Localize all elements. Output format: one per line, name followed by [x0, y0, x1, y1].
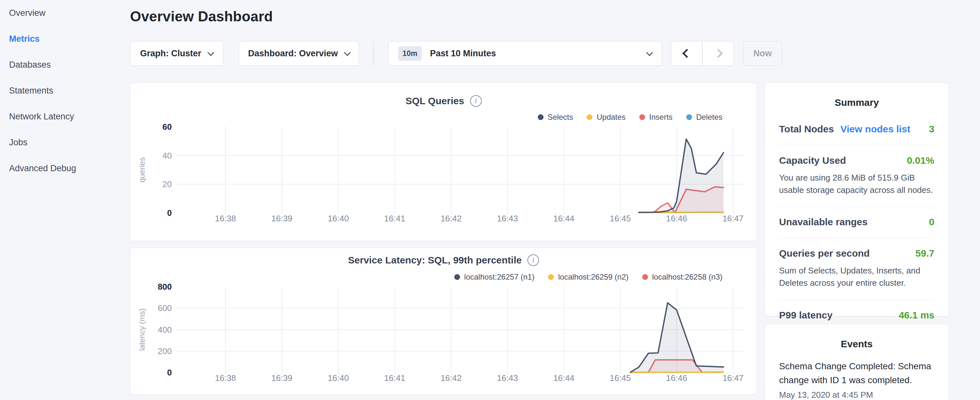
chevron-down-icon: [207, 49, 214, 56]
events-title: Events: [779, 338, 934, 349]
service-latency-chart-card: Service Latency: SQL, 99th percentile i …: [130, 247, 757, 395]
summary-rows: Total NodesView nodes list3Capacity Used…: [779, 113, 934, 331]
sql-queries-chart-card: SQL Queries i SelectsUpdatesInsertsDelet…: [130, 83, 757, 241]
svg-text:queries: queries: [137, 157, 146, 183]
svg-text:40: 40: [162, 151, 172, 161]
svg-text:16:38: 16:38: [215, 214, 236, 223]
svg-text:16:44: 16:44: [553, 373, 574, 383]
summary-row: Total NodesView nodes list3: [779, 113, 934, 145]
info-icon[interactable]: i: [527, 254, 539, 266]
svg-text:600: 600: [158, 303, 172, 313]
chart-title-row: Service Latency: SQL, 99th percentile i: [130, 254, 757, 266]
sidebar-item-advanced-debug[interactable]: Advanced Debug: [9, 155, 130, 181]
summary-row: Unavailable ranges0: [779, 207, 934, 238]
svg-text:16:40: 16:40: [328, 214, 349, 223]
svg-text:16:45: 16:45: [610, 214, 631, 223]
sidebar: OverviewMetricsDatabasesStatementsNetwor…: [0, 0, 130, 181]
svg-text:16:42: 16:42: [441, 373, 462, 383]
summary-row-value: 0.01%: [907, 155, 934, 166]
svg-text:0: 0: [167, 208, 172, 218]
graph-dropdown-label: Graph: Cluster: [140, 49, 201, 59]
sidebar-item-jobs[interactable]: Jobs: [9, 129, 130, 155]
time-range-label: Past 10 Minutes: [430, 49, 639, 59]
summary-row-description: You are using 28.6 MiB of 515.9 GiB usab…: [779, 172, 934, 196]
svg-text:16:44: 16:44: [553, 214, 574, 223]
svg-text:16:46: 16:46: [666, 214, 687, 223]
svg-text:0: 0: [167, 368, 172, 377]
chevron-down-icon: [646, 49, 653, 56]
now-button[interactable]: Now: [743, 41, 782, 66]
view-nodes-list-link[interactable]: View nodes list: [840, 124, 910, 135]
info-icon[interactable]: i: [470, 95, 482, 107]
svg-text:16:39: 16:39: [272, 373, 293, 383]
chart-title-row: SQL Queries i: [130, 95, 757, 107]
event-timestamp: May 13, 2020 at 4:45 PM: [779, 390, 934, 400]
events-panel: Events Schema Change Completed: Schema c…: [765, 324, 949, 400]
dashboard-dropdown-label: Dashboard: Overview: [248, 49, 338, 59]
summary-row-value: 59.7: [916, 248, 934, 259]
time-step-back-button[interactable]: [671, 41, 702, 66]
svg-text:16:41: 16:41: [384, 214, 405, 223]
event-list: Schema Change Completed: Schema change w…: [779, 359, 934, 400]
summary-row-value: 3: [929, 124, 934, 135]
chart-title: SQL Queries: [406, 96, 464, 107]
toolbar-divider: [373, 41, 374, 66]
chart-title: Service Latency: SQL, 99th percentile: [348, 255, 522, 266]
page-title: Overview Dashboard: [130, 8, 273, 25]
summary-row: Capacity Used0.01%You are using 28.6 MiB…: [779, 145, 934, 207]
svg-text:20: 20: [162, 179, 172, 189]
time-range-badge: 10m: [398, 46, 422, 61]
summary-row-label: P99 latency: [779, 310, 832, 321]
graph-dropdown[interactable]: Graph: Cluster: [130, 41, 223, 66]
sidebar-item-databases[interactable]: Databases: [9, 52, 130, 78]
summary-title: Summary: [779, 97, 934, 108]
dashboard-dropdown[interactable]: Dashboard: Overview: [239, 41, 359, 66]
toolbar: Graph: Cluster Dashboard: Overview 10m P…: [130, 41, 782, 66]
chevron-down-icon: [344, 49, 351, 56]
summary-row-description: Sum of Selects, Updates, Inserts, and De…: [779, 265, 934, 289]
summary-row-value: 46.1 ms: [899, 310, 934, 321]
sidebar-item-overview[interactable]: Overview: [9, 0, 130, 26]
svg-text:400: 400: [158, 325, 172, 335]
svg-text:16:43: 16:43: [497, 373, 518, 383]
summary-row-label: Unavailable ranges: [779, 217, 867, 228]
summary-panel: Summary Total NodesView nodes list3Capac…: [765, 83, 949, 316]
svg-text:200: 200: [158, 346, 172, 356]
svg-text:800: 800: [158, 282, 172, 292]
sidebar-item-network-latency[interactable]: Network Latency: [9, 104, 130, 129]
svg-text:16:40: 16:40: [328, 373, 349, 383]
svg-text:latency (ms): latency (ms): [137, 308, 146, 351]
event-text: Schema Change Completed: Schema change w…: [779, 359, 934, 387]
svg-text:16:47: 16:47: [722, 373, 743, 383]
svg-text:16:45: 16:45: [610, 373, 631, 383]
chevron-right-icon: [713, 49, 722, 58]
time-step-buttons: [671, 41, 734, 66]
main-content: Overview Dashboard Graph: Cluster Dashbo…: [130, 0, 757, 400]
summary-row-label: Total Nodes: [779, 124, 834, 135]
summary-row-label: Queries per second: [779, 248, 870, 259]
summary-row-value: 0: [929, 217, 934, 228]
svg-text:16:39: 16:39: [272, 214, 293, 223]
summary-row-label: Capacity Used: [779, 155, 846, 166]
event-item: Schema Change Completed: Schema change w…: [779, 359, 934, 400]
svg-text:60: 60: [162, 122, 172, 132]
svg-text:16:47: 16:47: [722, 214, 743, 223]
svg-text:16:41: 16:41: [384, 373, 405, 383]
svg-text:16:43: 16:43: [497, 214, 518, 223]
svg-text:16:38: 16:38: [215, 373, 236, 383]
service-latency-chart[interactable]: 020040060080016:3816:3916:4016:4116:4216…: [130, 279, 757, 389]
time-step-forward-button[interactable]: [702, 41, 734, 66]
svg-text:16:46: 16:46: [666, 373, 687, 383]
sidebar-item-statements[interactable]: Statements: [9, 78, 130, 104]
sidebar-item-metrics[interactable]: Metrics: [9, 26, 130, 52]
time-range-dropdown[interactable]: 10m Past 10 Minutes: [388, 41, 662, 66]
svg-text:16:42: 16:42: [441, 214, 462, 223]
summary-row: Queries per second59.7Sum of Selects, Up…: [779, 238, 934, 300]
chevron-left-icon: [682, 49, 691, 58]
sql-queries-chart[interactable]: 020406016:3816:3916:4016:4116:4216:4316:…: [130, 118, 757, 228]
